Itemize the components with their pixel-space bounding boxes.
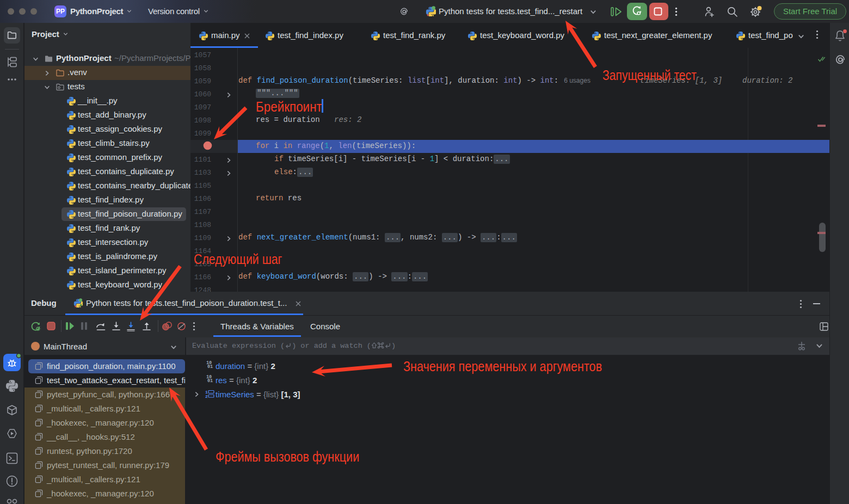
svg-text:2: 2 — [205, 394, 208, 398]
